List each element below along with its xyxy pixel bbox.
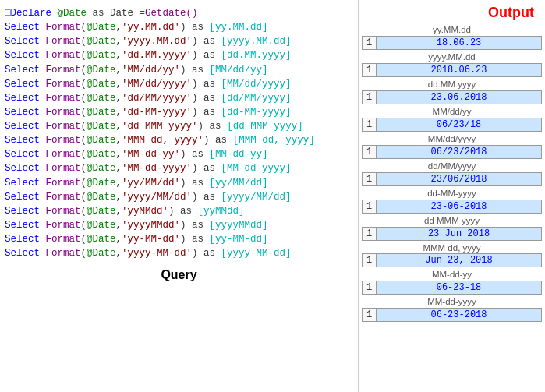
result-val-4: 06/23/2018 (377, 146, 541, 158)
code-line-11: Select Format(@Date,'MM-dd-yyyy') as [MM… (5, 161, 353, 175)
code-line-16: Select Format(@Date,'yy-MM-dd') as [yy-M… (5, 232, 353, 246)
result-block-4: MM/dd/yyyy106/23/2018 (362, 133, 542, 159)
result-num-9: 1 (363, 281, 377, 294)
result-row-10: 106-23-2018 (362, 308, 542, 322)
result-num-6: 1 (363, 200, 377, 213)
result-num-7: 1 (363, 228, 377, 240)
code-line-15: Select Format(@Date,'yyyyMMdd') as [yyyy… (5, 218, 353, 232)
result-val-8: Jun 23, 2018 (377, 254, 541, 267)
query-title: Query (5, 268, 353, 282)
result-row-2: 123.06.2018 (362, 90, 542, 104)
result-block-7: dd MMM yyyy123 Jun 2018 (362, 215, 542, 241)
code-line-4: Select Format(@Date,'MM/dd/yy') as [MM/d… (5, 63, 353, 77)
result-label-5: dd/MM/yyyy (362, 161, 542, 172)
result-num-1: 1 (363, 64, 377, 76)
output-panel: Output yy.MM.dd118.06.23yyyy.MM.dd12018.… (359, 0, 545, 392)
result-block-1: yyyy.MM.dd12018.06.23 (362, 51, 542, 77)
declare-keyword: □Declare (5, 8, 51, 19)
code-line-12: Select Format(@Date,'yy/MM/dd') as [yy/M… (5, 176, 353, 190)
code-line-13: Select Format(@Date,'yyyy/MM/dd') as [yy… (5, 190, 353, 204)
result-num-10: 1 (363, 309, 377, 321)
result-label-4: MM/dd/yyyy (362, 133, 542, 145)
result-label-10: MM-dd-yyyy (362, 296, 542, 308)
code-line-3: Select Format(@Date,'dd.MM.yyyy') as [dd… (5, 48, 353, 62)
result-label-6: dd-MM-yyyy (362, 188, 542, 200)
code-line-17: Select Format(@Date,'yyyy-MM-dd') as [yy… (5, 246, 353, 260)
date-var: @Date (58, 8, 87, 19)
result-label-7: dd MMM yyyy (362, 215, 542, 227)
result-label-0: yy.MM.dd (362, 24, 542, 36)
result-row-4: 106/23/2018 (362, 145, 542, 159)
code-line-10: Select Format(@Date,'MM-dd-yy') as [MM-d… (5, 147, 353, 161)
result-val-9: 06-23-18 (377, 281, 541, 294)
code-line-1: Select Format(@Date,'yy.MM.dd') as [yy.M… (5, 20, 353, 34)
results-container: yy.MM.dd118.06.23yyyy.MM.dd12018.06.23dd… (362, 24, 542, 322)
code-line-5: Select Format(@Date,'MM/dd/yyyy') as [MM… (5, 77, 353, 91)
result-row-1: 12018.06.23 (362, 63, 542, 77)
result-row-8: 1Jun 23, 2018 (362, 253, 542, 267)
result-label-3: MM/dd/yy (362, 106, 542, 118)
result-val-3: 06/23/18 (377, 118, 541, 131)
result-num-4: 1 (363, 146, 377, 158)
result-label-1: yyyy.MM.dd (362, 51, 542, 63)
code-line-14: Select Format(@Date,'yyMMdd') as [yyMMdd… (5, 204, 353, 218)
result-row-0: 118.06.23 (362, 36, 542, 50)
result-row-9: 106-23-18 (362, 281, 542, 295)
result-block-9: MM-dd-yy106-23-18 (362, 269, 542, 295)
result-val-2: 23.06.2018 (377, 91, 541, 104)
result-num-8: 1 (363, 254, 377, 267)
output-header: Output (362, 5, 542, 21)
result-label-8: MMM dd, yyyy (362, 242, 542, 254)
result-val-7: 23 Jun 2018 (377, 228, 541, 240)
result-val-0: 18.06.23 (377, 37, 541, 49)
code-panel: □Declare @Date as Date =Getdate() Select… (0, 0, 359, 392)
result-row-5: 123/06/2018 (362, 172, 542, 186)
result-row-3: 106/23/18 (362, 118, 542, 132)
result-val-5: 23/06/2018 (377, 173, 541, 185)
result-row-7: 123 Jun 2018 (362, 227, 542, 241)
result-val-6: 23-06-2018 (377, 200, 541, 213)
result-block-3: MM/dd/yy106/23/18 (362, 106, 542, 132)
result-block-8: MMM dd, yyyy1Jun 23, 2018 (362, 242, 542, 268)
result-num-2: 1 (363, 91, 377, 104)
code-line-6: Select Format(@Date,'dd/MM/yyyy') as [dd… (5, 91, 353, 105)
result-block-0: yy.MM.dd118.06.23 (362, 24, 542, 50)
result-block-2: dd.MM.yyyy123.06.2018 (362, 79, 542, 104)
code-line-9: Select Format(@Date,'MMM dd, yyyy') as [… (5, 133, 353, 147)
code-line-7: Select Format(@Date,'dd-MM-yyyy') as [dd… (5, 105, 353, 119)
result-num-5: 1 (363, 173, 377, 185)
result-block-5: dd/MM/yyyy123/06/2018 (362, 161, 542, 186)
result-block-6: dd-MM-yyyy123-06-2018 (362, 188, 542, 214)
declare-line: □Declare @Date as Date =Getdate() (5, 6, 353, 20)
result-num-3: 1 (363, 118, 377, 131)
result-block-10: MM-dd-yyyy106-23-2018 (362, 296, 542, 322)
result-val-1: 2018.06.23 (377, 64, 541, 76)
code-line-8: Select Format(@Date,'dd MMM yyyy') as [d… (5, 119, 353, 133)
result-label-9: MM-dd-yy (362, 269, 542, 281)
result-val-10: 06-23-2018 (377, 309, 541, 321)
result-num-0: 1 (363, 37, 377, 49)
result-row-6: 123-06-2018 (362, 200, 542, 214)
result-label-2: dd.MM.yyyy (362, 79, 542, 90)
code-line-2: Select Format(@Date,'yyyy.MM.dd') as [yy… (5, 34, 353, 48)
